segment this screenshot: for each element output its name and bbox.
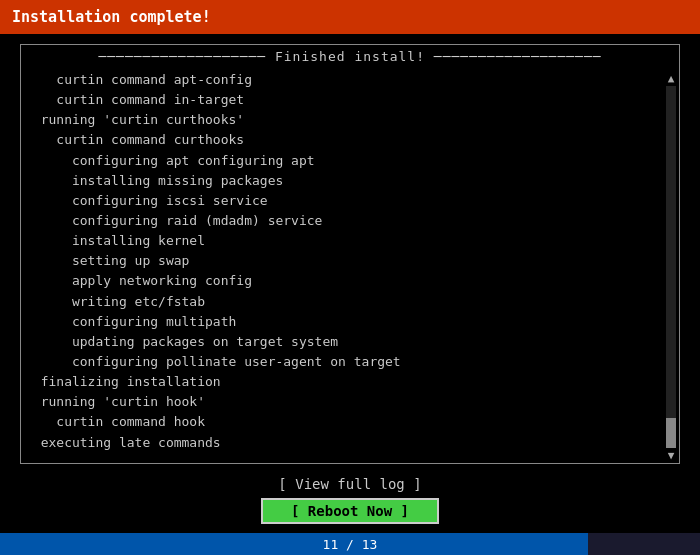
scroll-up-arrow[interactable]: ▲ <box>668 73 675 84</box>
log-title: ─────────────────── Finished install! ──… <box>21 45 679 66</box>
scroll-track <box>666 86 676 448</box>
view-log-button[interactable]: [ View full log ] <box>268 474 431 494</box>
log-content: curtin command apt-config curtin command… <box>21 66 679 456</box>
reboot-button[interactable]: [ Reboot Now ] <box>261 498 439 524</box>
scrollbar[interactable]: ▲ ▼ <box>665 73 677 461</box>
progress-bar-fill <box>0 533 588 555</box>
main-area: ─────────────────── Finished install! ──… <box>0 34 700 534</box>
progress-bar-container: 11 / 13 <box>0 533 700 555</box>
scroll-down-arrow[interactable]: ▼ <box>668 450 675 461</box>
scroll-thumb <box>666 418 676 448</box>
header-bar: Installation complete! <box>0 0 700 34</box>
log-container: ─────────────────── Finished install! ──… <box>20 44 680 464</box>
header-title: Installation complete! <box>12 8 211 26</box>
progress-text: 11 / 13 <box>323 537 378 552</box>
log-lines: curtin command apt-config curtin command… <box>25 70 671 456</box>
buttons-area: [ View full log ] [ Reboot Now ] <box>261 474 439 524</box>
